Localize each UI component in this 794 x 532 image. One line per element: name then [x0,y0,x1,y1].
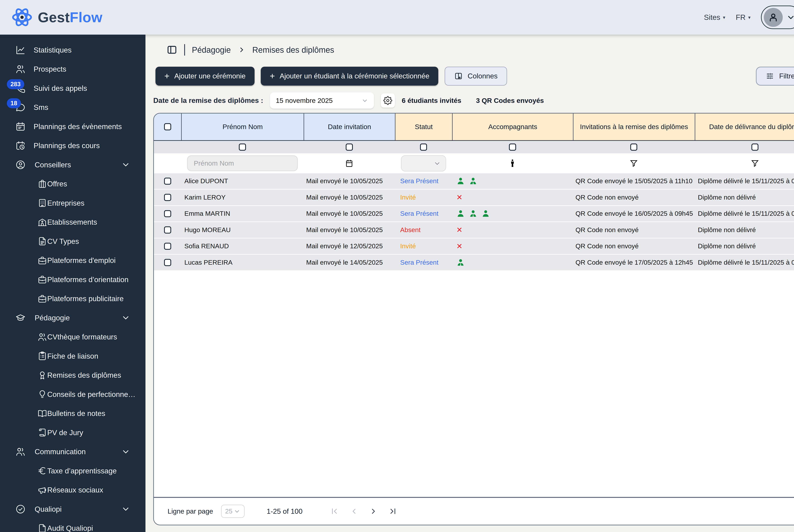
sidebar-item-plateformes-emploi[interactable]: Plateformes d'emploi [0,251,146,270]
column-checkbox-invitations-qr[interactable] [630,144,638,151]
student-row[interactable]: Sofia RENAUD Mail envoyé le 12/05/2025 I… [154,239,794,255]
sidebar-item-statistiques[interactable]: Statistiques [0,40,146,60]
column-checkbox-delivrance[interactable] [752,144,759,151]
sidebar-section-communication[interactable]: Communication [0,442,146,461]
add-student-button[interactable]: +Ajouter un étudiant à la cérémonie séle… [261,67,438,86]
funnel-filter-icon[interactable] [629,159,638,168]
sidebar-section-qualiopi[interactable]: Qualiopi [0,500,146,519]
column-header-invitations-qr[interactable]: Invitations à la remise des diplômes [573,114,695,141]
sidebar-section-pedagogie[interactable]: Pédagogie [0,308,146,327]
row-checkbox[interactable] [164,178,171,185]
row-checkbox[interactable] [164,243,171,250]
file-icon [37,236,47,246]
ceremony-date-select[interactable]: 15 novembre 2025 [270,92,374,109]
column-header-name[interactable]: Prénom Nom [181,114,303,141]
sites-dropdown[interactable]: Sites▾ [704,13,725,22]
sidebar-item-etablissements[interactable]: Etablissements [0,213,146,232]
column-header-accompagnants[interactable]: Accompagnants [452,114,573,141]
row-checkbox[interactable] [164,226,171,233]
name-filter-input[interactable] [187,155,298,171]
sidebar-item-conseils-de-perfectionnement[interactable]: Conseils de perfectionne… [0,385,146,404]
companions-cell [452,255,573,270]
column-checkbox-invitation[interactable] [346,144,353,151]
calendar-filter-icon[interactable] [345,159,354,168]
toolbar: +Ajouter une cérémonie +Ajouter un étudi… [155,67,794,86]
row-checkbox[interactable] [164,194,171,201]
sidebar-item-bulletins-de-notes[interactable]: Bulletins de notes [0,404,146,423]
diploma-delivery-status: Diplôme délivré le 15/11/2025 à 09h07 [695,255,794,270]
sidebar-item-remises-des-diplomes[interactable]: Remises des diplômes [0,366,146,385]
sidebar-item-audit-qualiopi[interactable]: Audit Qualiopi [0,519,146,532]
column-checkbox-accompagnants[interactable] [509,144,516,151]
users-icon [15,446,26,457]
student-row[interactable]: Alice DUPONT Mail envoyé le 10/05/2025 S… [154,173,794,190]
sidebar-item-sms[interactable]: 18 Sms [0,98,146,117]
filters-button[interactable]: Filtres [756,67,794,86]
language-dropdown[interactable]: FR▾ [736,13,751,22]
sidebar-item-offres[interactable]: Offres [0,174,146,193]
no-companion-x-icon: ✕ [456,226,462,233]
diploma-delivery-status: Diplôme non délivré [695,190,794,205]
sidebar-section-conseillers[interactable]: Conseillers [0,155,146,174]
add-ceremony-button[interactable]: +Ajouter une cérémonie [155,67,254,86]
award-icon [37,370,47,380]
student-name: Hugo MOREAU [181,222,303,238]
invitation-date: Mail envoyé le 10/05/2025 [304,206,395,222]
sidebar-item-cv-types[interactable]: CV Types [0,232,146,251]
sidebar-item-pv-de-jury[interactable]: PV de Jury [0,423,146,442]
column-checkbox-name[interactable] [239,144,246,151]
user-menu[interactable] [761,5,794,29]
sidebar-item-plannings-cours[interactable]: Plannings des cours [0,136,146,155]
column-checkbox-statut[interactable] [420,144,427,151]
status-filter-select[interactable] [401,155,446,171]
user-circle-icon [15,159,26,170]
sidebar-item-reseaux-sociaux[interactable]: Réseaux sociaux [0,480,146,500]
column-header-statut[interactable]: Statut [395,114,452,141]
table-filter-row [154,153,794,173]
row-checkbox[interactable] [164,210,171,217]
sidebar-toggle-icon[interactable] [166,44,177,55]
breadcrumb-parent[interactable]: Pédagogie [192,45,231,55]
ceremony-settings-button[interactable] [381,93,395,108]
chevron-down-icon [122,314,130,322]
student-row[interactable]: Hugo MOREAU Mail envoyé le 10/05/2025 Ab… [154,222,794,238]
row-checkbox[interactable] [164,259,171,266]
sidebar-item-prospects[interactable]: Prospects [0,59,146,79]
student-row[interactable]: Lucas PEREIRA Mail envoyé le 14/05/2025 … [154,255,794,271]
sidebar-item-plateformes-publicitaire[interactable]: Plateformes publicitaire [0,289,146,308]
user-icon [768,12,779,23]
sidebar-item-plannings-evenements[interactable]: Plannings des évènements [0,117,146,136]
pagination-range: 1-25 of 100 [267,507,303,515]
funnel-filter-icon[interactable] [751,159,759,168]
clipboard-icon [37,351,47,361]
sidebar-item-fiche-de-liaison[interactable]: Fiche de liaison [0,346,146,366]
companion-person-icon [481,209,490,218]
chevron-down-icon [233,508,241,515]
rows-per-page-select[interactable]: 25 [221,505,245,518]
person-filter-icon[interactable] [508,159,517,168]
sidebar-item-entreprises[interactable]: Entreprises [0,193,146,213]
first-page-button[interactable] [330,507,339,515]
student-row[interactable]: Emma MARTIN Mail envoyé le 10/05/2025 Se… [154,206,794,222]
select-all-cell [154,114,181,141]
next-page-button[interactable] [369,507,378,515]
caret-down-icon: ▾ [723,15,725,20]
student-row[interactable]: Karim LEROY Mail envoyé le 10/05/2025 In… [154,190,794,206]
sidebar-item-taxe-apprentissage[interactable]: Taxe d’apprentissage [0,461,146,480]
sidebar-item-cvtheque-formateurs[interactable]: CVthèque formateurs [0,327,146,346]
student-name: Sofia RENAUD [181,239,303,254]
columns-button[interactable]: Colonnes [445,67,507,86]
column-header-invitation[interactable]: Date invitation [304,114,395,141]
last-page-button[interactable] [389,507,397,515]
column-header-delivrance[interactable]: Date de délivrance du diplôme [695,114,794,141]
previous-page-button[interactable] [350,507,358,515]
rows-per-page-label: Ligne par page [168,507,213,515]
sidebar-item-plateformes-orientation[interactable]: Plateformes d’orientation [0,270,146,289]
diploma-delivery-status: Diplôme non délivré [695,239,794,254]
table-pagination: Ligne par page 25 1-25 of 100 [154,497,794,525]
sidebar-item-suivi-des-appels[interactable]: 283 Suivi des appels [0,79,146,98]
plus-icon: + [164,72,170,80]
status-text: Sera Présent [395,173,452,189]
select-all-checkbox[interactable] [164,123,171,130]
graduation-cap-icon [15,312,26,323]
